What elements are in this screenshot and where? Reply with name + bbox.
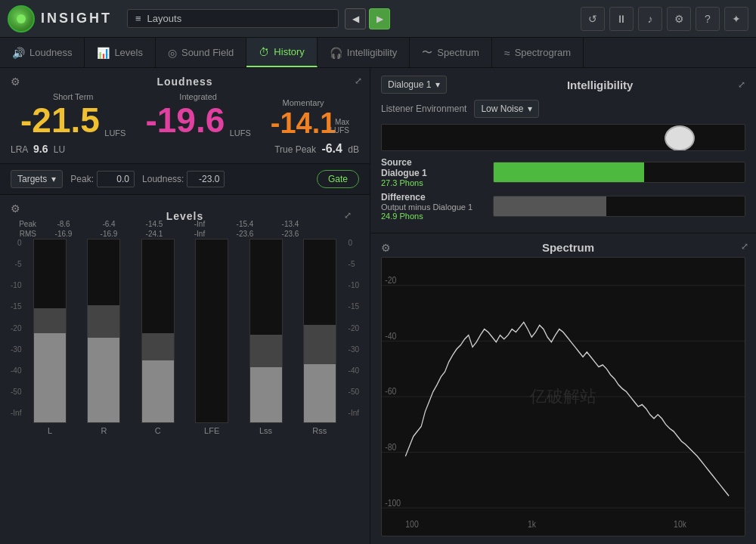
targets-dropdown[interactable]: Targets ▾	[11, 170, 63, 188]
loudness-expand-icon[interactable]: ⤢	[355, 76, 362, 86]
bars-group: LRCLFELssRss	[26, 239, 343, 435]
loudness-ctrl-label: Loudness:	[142, 174, 184, 184]
integrated-col: Integrated -19.6 LUFS	[145, 92, 250, 138]
extra-button[interactable]: ✦	[724, 7, 748, 31]
tab-spectrum[interactable]: 〜 Spectrum	[410, 38, 492, 67]
listener-env-dropdown[interactable]: Low Noise ▾	[474, 100, 539, 118]
difference-desc: Output minus Dialogue 1	[381, 202, 487, 212]
peak-R: -6.4	[86, 219, 132, 229]
tab-levels[interactable]: 📊 Levels	[85, 38, 156, 67]
lra-row: LRA 9.6 LU True Peak -6.4 dB	[11, 142, 359, 156]
bar-label-r: R	[101, 426, 107, 435]
loudness-section: ⚙ Loudness ⤢ Short Term -21.5 LUFS Integ…	[0, 68, 370, 164]
peak-Lss: -15.4	[222, 219, 268, 229]
settings-button[interactable]: ⚙	[667, 7, 691, 31]
levels-expand-icon[interactable]: ⤢	[344, 210, 352, 221]
source-label-group: Source Dialogue 1 27.3 Phons	[381, 157, 487, 187]
short-term-unit: LUFS	[104, 128, 125, 138]
bar-col-c: C	[134, 239, 181, 435]
integrated-number: -19.6	[145, 100, 225, 140]
help-button[interactable]: ?	[696, 7, 720, 31]
layout-bar[interactable]: ≡ Layouts	[127, 9, 339, 28]
source-bar-track	[493, 162, 745, 183]
svg-text:-100: -100	[385, 496, 401, 508]
peak-bar-lss	[250, 335, 282, 367]
bar-col-lfe: LFE	[187, 239, 235, 435]
listener-env-label: Listener Environment	[381, 104, 466, 114]
spectrum-title: Spectrum	[391, 241, 745, 254]
spectrum-section: ⚙ Spectrum ⤢ 亿破解站 -20 -40 -60 -80	[370, 233, 756, 544]
lra-label: LRA	[11, 144, 28, 155]
gate-button[interactable]: Gate	[317, 170, 359, 188]
rms-bar-rss	[304, 364, 336, 422]
lra-unit: LU	[54, 144, 65, 155]
rms-row-label: RMS	[11, 229, 41, 239]
source-phons: 27.3 Phons	[381, 178, 487, 187]
source-bar-row: Source Dialogue 1 27.3 Phons	[381, 157, 745, 187]
scale-left: 0 -5 -10 -15 -20 -30 -40 -50 -Inf	[11, 239, 26, 435]
bar-container-c	[141, 239, 175, 423]
lufs-label: LUFS	[330, 126, 349, 134]
levels-title: Levels	[166, 210, 204, 222]
listener-chevron-icon: ▾	[528, 104, 532, 114]
bar-col-lss: Lss	[242, 239, 290, 435]
momentary-label: Momentary	[271, 98, 336, 107]
prev-button[interactable]: ◀	[345, 8, 366, 29]
peak-label: Peak:	[70, 174, 94, 184]
peak-bar-r	[88, 305, 119, 338]
svg-text:10k: 10k	[674, 518, 686, 530]
bar-col-rss: Rss	[296, 239, 343, 435]
bar-label-c: C	[155, 426, 161, 435]
short-term-value: -21.5 LUFS	[20, 103, 125, 138]
lra-value: 9.6	[33, 143, 48, 155]
tab-history-label: History	[274, 46, 304, 57]
momentary-col: Momentary -14.1 Max LUFS	[271, 98, 349, 138]
intel-header: Dialogue 1 ▾ Intelligibility ⤢	[381, 76, 745, 94]
bar-container-l	[33, 239, 67, 423]
tab-history[interactable]: ⏱ History	[246, 38, 317, 67]
rms-bar-lss	[250, 367, 282, 422]
svg-text:-40: -40	[385, 330, 396, 342]
intel-title: Intelligibility	[567, 79, 634, 91]
spectrum-tab-icon: 〜	[422, 46, 432, 60]
spectrogram-tab-icon: ≈	[504, 47, 510, 59]
rms-C: -24.1	[132, 229, 177, 239]
short-term-col: Short Term -21.5 LUFS	[20, 92, 125, 138]
levels-gear-icon[interactable]: ⚙	[11, 202, 20, 215]
play-button[interactable]: ▶	[369, 8, 390, 29]
rms-row: RMS -16.9 -16.9 -24.1 -Inf -23.6 -23.6	[11, 229, 359, 239]
loop-button[interactable]: ↺	[581, 7, 605, 31]
true-peak-value: -6.4	[321, 142, 342, 155]
loudness-input[interactable]	[187, 171, 225, 187]
momentary-number: -14.1	[271, 107, 336, 139]
loudness-values-row: Short Term -21.5 LUFS Integrated -19.6 L…	[11, 92, 359, 138]
audio-button[interactable]: ♪	[638, 7, 662, 31]
bar-label-lfe: LFE	[204, 426, 219, 435]
dialogue-chevron-icon: ▾	[435, 79, 440, 90]
spectrum-gear-icon[interactable]: ⚙	[381, 242, 391, 254]
spectrum-expand-icon[interactable]: ⤢	[741, 241, 748, 252]
tab-spectrum-label: Spectrum	[437, 47, 479, 58]
loudness-title: Loudness	[156, 76, 212, 88]
tab-loudness[interactable]: 🔊 Loudness	[0, 38, 85, 67]
integrated-value: -19.6 LUFS	[145, 103, 250, 138]
true-peak-unit: dB	[348, 144, 359, 155]
bar-label-lss: Lss	[259, 426, 272, 435]
intel-slider-bar[interactable]	[381, 124, 745, 151]
tab-intelligibility[interactable]: 🎧 Intelligibility	[318, 38, 410, 67]
tab-spectrogram[interactable]: ≈ Spectrogram	[492, 38, 584, 67]
rms-Lss: -23.6	[222, 229, 268, 239]
slider-thumb[interactable]	[665, 125, 695, 151]
dialogue-dropdown[interactable]: Dialogue 1 ▾	[381, 76, 447, 94]
pause-button[interactable]: ⏸	[609, 7, 634, 31]
momentary-unit: Max LUFS	[330, 118, 349, 134]
logo: INSIGHT	[8, 5, 112, 32]
difference-label-group: Difference Output minus Dialogue 1 24.9 …	[381, 192, 487, 221]
intel-expand-icon[interactable]: ⤢	[738, 79, 745, 90]
peak-input[interactable]	[97, 171, 135, 187]
loudness-gear-icon[interactable]: ⚙	[11, 76, 20, 88]
rms-bar-r	[88, 338, 119, 422]
tab-soundfield[interactable]: ◎ Sound Field	[156, 38, 246, 67]
svg-text:1k: 1k	[528, 518, 536, 530]
bar-label-l: L	[48, 426, 52, 435]
